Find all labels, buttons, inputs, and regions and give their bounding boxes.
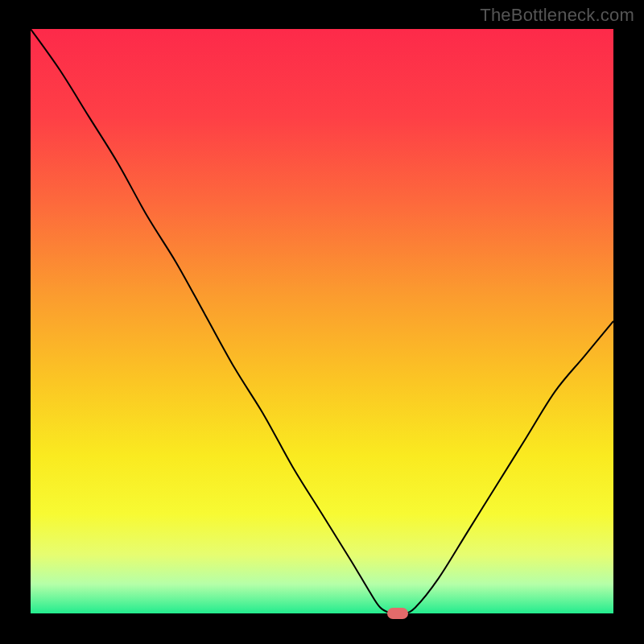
watermark-text: TheBottleneck.com — [480, 5, 634, 26]
optimal-point-marker — [387, 608, 408, 619]
chart-container: TheBottleneck.com — [0, 0, 644, 644]
gradient-background — [31, 29, 613, 613]
bottleneck-curve-chart — [31, 29, 613, 613]
plot-area — [31, 29, 613, 613]
